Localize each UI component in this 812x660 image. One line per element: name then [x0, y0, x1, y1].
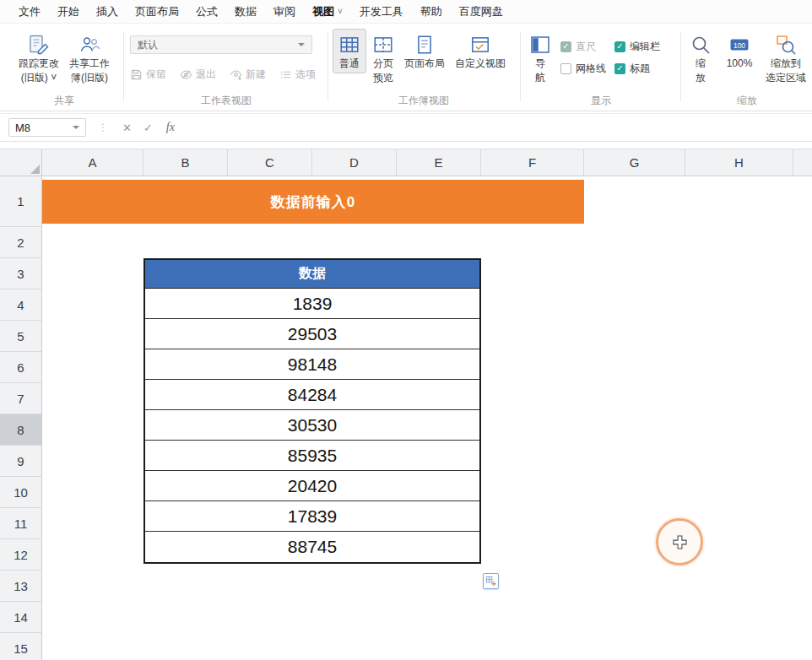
sheet-view-dropdown[interactable]: 默认 [130, 35, 312, 54]
row-header-6[interactable]: 6 [0, 352, 41, 383]
row-header-4[interactable]: 4 [0, 289, 41, 321]
menu-tab-3[interactable]: 插入 [88, 0, 127, 24]
table-cell-row-7[interactable]: 84284 [145, 380, 479, 410]
column-header-filler [793, 149, 812, 176]
column-header-E[interactable]: E [397, 149, 481, 176]
share-workbook-button[interactable]: 共享工作 簿(旧版) [65, 29, 114, 88]
navigation-button[interactable]: 导 航 [525, 29, 555, 88]
new-view-label: 新建 [246, 68, 266, 82]
column-header-F[interactable]: F [481, 149, 584, 176]
select-all-triangle-icon [30, 165, 40, 174]
column-header-H[interactable]: H [685, 149, 793, 176]
custom-views-button[interactable]: 自定义视图 [451, 29, 510, 73]
normal-view-label: 普通 [339, 57, 360, 70]
eye-off-icon [180, 68, 192, 81]
table-cell-row-9[interactable]: 85935 [145, 441, 479, 471]
active-tab-caret-icon: ˅ [338, 7, 343, 16]
name-box[interactable]: M8 [8, 118, 86, 137]
normal-view-button[interactable]: 普通 [333, 29, 366, 73]
new-view-button[interactable]: 新建 [230, 68, 266, 82]
menu-tab-9[interactable]: 开发工具 [351, 0, 412, 24]
row-header-5[interactable]: 5 [0, 321, 41, 352]
ribbon-group-zoom: 缩 放 100 100% 缩放到 选定区域 缩放 [684, 24, 810, 111]
group-label-workbook-view: 工作簿视图 [331, 94, 517, 108]
exit-view-button[interactable]: 退出 [180, 68, 216, 82]
select-all-corner[interactable] [0, 149, 42, 176]
menu-tab-1[interactable]: 文件 [10, 0, 49, 24]
menu-tab-11[interactable]: 百度网盘 [451, 0, 512, 24]
menu-tab-7[interactable]: 审阅 [265, 0, 304, 24]
row-header-1[interactable]: 1 [0, 176, 41, 227]
row-headers: 123456789101112131415 [0, 176, 42, 660]
row-header-7[interactable]: 7 [0, 383, 41, 414]
insert-function-icon[interactable]: fx [159, 121, 181, 134]
zoom-to-selection-label: 缩放到 [771, 57, 801, 70]
fill-options-button[interactable] [483, 573, 499, 589]
keep-view-button[interactable]: 保留 [130, 68, 166, 82]
group-label-sheet-view: 工作表视图 [128, 94, 324, 108]
row-header-8[interactable]: 8 [0, 414, 41, 446]
group-label-show: 显示 [523, 94, 679, 108]
table-cell-row-5[interactable]: 29503 [145, 319, 479, 349]
menu-tab-2[interactable]: 开始 [49, 0, 88, 24]
checkbox-gridlines[interactable]: 网格线 [560, 62, 606, 76]
view-options-button[interactable]: 选项 [279, 68, 316, 82]
page-break-preview-button[interactable]: 分页 预览 [368, 29, 398, 88]
row-header-15[interactable]: 15 [0, 633, 41, 660]
menu-tab-label: 百度网盘 [459, 4, 503, 19]
table-cell-row-10[interactable]: 20420 [145, 471, 479, 501]
column-header-G[interactable]: G [584, 149, 685, 176]
checkbox-formula-bar[interactable]: ✓编辑栏 [614, 40, 660, 54]
ribbon-separator [680, 32, 681, 101]
row-header-11[interactable]: 11 [0, 508, 41, 539]
row-header-10[interactable]: 10 [0, 477, 41, 508]
zoom-button[interactable]: 缩 放 [684, 29, 717, 88]
show-checkboxes: ✓直尺网格线✓编辑栏✓标题 [560, 35, 660, 79]
menu-tab-5[interactable]: 公式 [187, 0, 226, 24]
table-cell-row-8[interactable]: 30530 [145, 410, 479, 441]
menu-tab-label: 文件 [19, 4, 41, 19]
save-icon [130, 68, 143, 81]
zoom-to-selection-button[interactable]: 缩放到 选定区域 [761, 29, 810, 88]
zoom-100-button[interactable]: 100 100% [721, 29, 758, 73]
checkbox-ruler[interactable]: ✓直尺 [560, 40, 606, 54]
table-cell-row-11[interactable]: 17839 [145, 501, 479, 532]
row-header-14[interactable]: 14 [0, 602, 41, 633]
menu-tab-8[interactable]: 视图˅ [304, 0, 351, 24]
menu-tab-label: 开发工具 [360, 4, 403, 19]
ribbon-group-show: 导 航 ✓直尺网格线✓编辑栏✓标题 显示 [523, 24, 679, 111]
menu-tab-4[interactable]: 页面布局 [127, 0, 187, 24]
table-cell-row-12[interactable]: 88745 [145, 532, 479, 562]
row-header-2[interactable]: 2 [0, 227, 41, 258]
sheet-area[interactable]: 数据前输入0 数据 183929503981488428430530859352… [42, 176, 812, 660]
track-changes-button[interactable]: 跟踪更改 (旧版) ˅ [14, 29, 63, 88]
navigation-label: 导 [535, 57, 545, 70]
menu-tab-10[interactable]: 帮助 [412, 0, 451, 24]
column-header-C[interactable]: C [228, 149, 312, 176]
ribbon-group-share: 跟踪更改 (旧版) ˅ 共享工作 簿(旧版) 共享 [7, 24, 122, 111]
menu-tab-6[interactable]: 数据 [226, 0, 265, 24]
table-header-cell[interactable]: 数据 [145, 260, 479, 289]
table-cell-row-6[interactable]: 98148 [145, 349, 479, 380]
row-header-12[interactable]: 12 [0, 539, 41, 571]
confirm-icon[interactable]: ✓ [138, 122, 159, 134]
page-layout-button[interactable]: 页面布局 [400, 29, 449, 73]
ribbon: 跟踪更改 (旧版) ˅ 共享工作 簿(旧版) 共享 默认 [0, 24, 812, 111]
zoom-label: 缩 [696, 57, 706, 70]
row-header-13[interactable]: 13 [0, 571, 41, 602]
banner-cell[interactable]: 数据前输入0 [42, 180, 584, 224]
formula-input[interactable] [181, 114, 812, 141]
share-workbook-label: 共享工作 [69, 57, 110, 70]
cancel-icon[interactable]: ✕ [116, 122, 138, 134]
table-cell-row-4[interactable]: 1839 [145, 289, 479, 319]
column-header-D[interactable]: D [312, 149, 397, 176]
column-header-B[interactable]: B [143, 149, 228, 176]
row-header-9[interactable]: 9 [0, 446, 41, 477]
menu-tab-label: 插入 [96, 4, 118, 19]
checkbox-headings[interactable]: ✓标题 [614, 62, 660, 76]
column-header-A[interactable]: A [42, 149, 143, 176]
row-header-3[interactable]: 3 [0, 258, 41, 289]
custom-views-icon [469, 34, 491, 56]
eye-plus-icon [230, 68, 242, 81]
zoom-to-selection-label-2: 选定区域 [766, 72, 806, 84]
